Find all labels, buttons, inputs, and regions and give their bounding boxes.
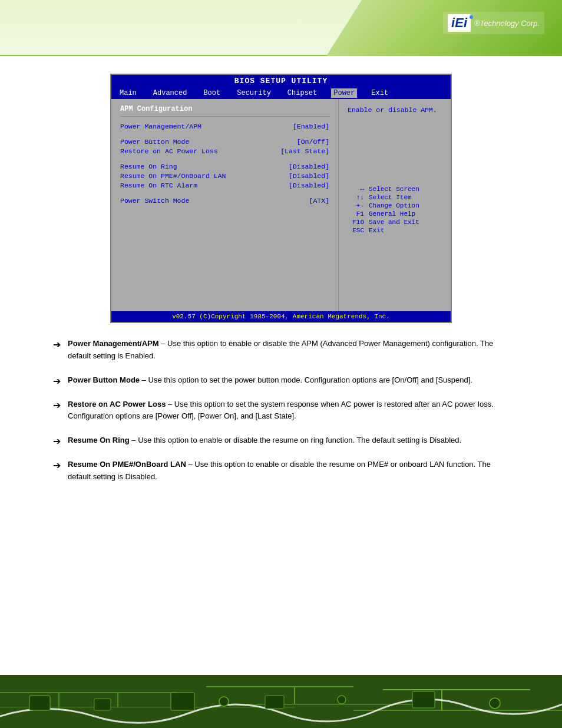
bios-screen: BIOS SETUP UTILITY Main Advanced Boot Se…: [110, 74, 452, 323]
iei-tagline: ®Technology Corp.: [474, 19, 540, 28]
ac-power-value: [Last State]: [280, 147, 329, 155]
shortcut-select-item: ↑↓ Select Item: [348, 194, 442, 201]
bottom-footer: [0, 675, 562, 728]
menu-main[interactable]: Main: [117, 88, 139, 98]
bullet-5: ➔ Resume On PME#/OnBoard LAN – Use this …: [53, 459, 509, 483]
bios-right-panel: Enable or disable APM. ↔ Select Screen ↑…: [339, 99, 451, 311]
top-header: iEi ®Technology Corp.: [0, 0, 562, 56]
bios-help-text: Enable or disable APM.: [348, 105, 442, 115]
arrow-icon-5: ➔: [53, 460, 61, 471]
shortcut-key-arrows-lr: ↔: [348, 186, 364, 193]
footer-circuit: [0, 675, 562, 728]
bullet-2: ➔ Power Button Mode – Use this option to…: [53, 374, 509, 387]
bios-menu-bar: Main Advanced Boot Security Chipset Powe…: [111, 87, 451, 99]
resume-rtc-value: [Disabled]: [289, 182, 329, 189]
arrow-icon-3: ➔: [53, 400, 61, 411]
shortcut-change-option: +- Change Option: [348, 202, 442, 209]
bios-footer-text: v02.57 (C)Copyright 1985-2004, American …: [172, 313, 390, 320]
shortcut-desc-select-item: Select Item: [369, 194, 412, 201]
power-mgmt-label: Power Management/APM: [120, 123, 201, 130]
bios-row-power-mgmt: Power Management/APM [Enabled]: [120, 123, 329, 130]
shortcut-key-esc: ESC: [348, 227, 364, 234]
power-switch-value: [ATX]: [309, 197, 329, 205]
svg-rect-15: [94, 699, 111, 710]
shortcut-desc-select-screen: Select Screen: [369, 186, 419, 193]
shortcut-desc-change-option: Change Option: [369, 202, 419, 209]
shortcut-esc: ESC Exit: [348, 227, 442, 234]
menu-advanced[interactable]: Advanced: [151, 88, 190, 98]
bullet-text-5: Resume On PME#/OnBoard LAN – Use this op…: [68, 459, 509, 483]
resume-pme-label: Resume On PME#/OnBoard LAN: [120, 172, 226, 180]
bios-title: BIOS SETUP UTILITY: [234, 77, 328, 85]
shortcut-f1: F1 General Help: [348, 210, 442, 218]
bios-row-power-button: Power Button Mode [On/Off]: [120, 138, 329, 146]
shortcut-key-f1: F1: [348, 210, 364, 218]
shortcut-desc-esc: Exit: [369, 227, 384, 234]
header-circuit-lines: [29, 12, 236, 14]
bios-left-panel: APM Configuration Power Management/APM […: [111, 99, 339, 311]
spacer-3: [120, 191, 329, 197]
shortcut-select-screen: ↔ Select Screen: [348, 186, 442, 193]
menu-security[interactable]: Security: [234, 88, 273, 98]
ac-power-label: Restore on AC Power Loss: [120, 147, 218, 155]
resume-ring-label: Resume On Ring: [120, 163, 177, 170]
power-switch-label: Power Switch Mode: [120, 197, 189, 205]
svg-rect-14: [29, 696, 50, 710]
iei-letters: iEi: [448, 14, 471, 32]
menu-chipset[interactable]: Chipset: [285, 88, 319, 98]
bullet-text-4: Resume On Ring – Use this option to enab…: [68, 434, 461, 447]
bios-row-resume-rtc: Resume On RTC Alarm [Disabled]: [120, 182, 329, 189]
power-button-value: [On/Off]: [297, 138, 329, 146]
svg-rect-17: [265, 696, 284, 709]
resume-rtc-label: Resume On RTC Alarm: [120, 182, 197, 189]
bios-row-power-switch: Power Switch Mode [ATX]: [120, 197, 329, 205]
bios-shortcuts: ↔ Select Screen ↑↓ Select Item +- Change…: [348, 186, 442, 234]
shortcut-key-arrows-ud: ↑↓: [348, 194, 364, 201]
bios-body: APM Configuration Power Management/APM […: [111, 99, 451, 311]
bios-section-title: APM Configuration: [120, 105, 329, 113]
bios-title-bar: BIOS SETUP UTILITY: [111, 75, 451, 87]
spacer-1: [120, 132, 329, 138]
menu-power[interactable]: Power: [331, 88, 357, 98]
bios-divider: [120, 116, 329, 117]
power-mgmt-value: [Enabled]: [293, 123, 329, 130]
footer-circuit-svg: [0, 675, 562, 728]
menu-boot[interactable]: Boot: [201, 88, 223, 98]
svg-point-20: [338, 696, 346, 704]
content-section: ➔ Power Management/APM – Use this option…: [53, 338, 509, 483]
iei-logo: iEi ®Technology Corp.: [443, 12, 544, 34]
bullet-text-1: Power Management/APM – Use this option t…: [68, 338, 509, 363]
bullet-1: ➔ Power Management/APM – Use this option…: [53, 338, 509, 363]
iei-dot: [470, 15, 473, 19]
shortcut-key-plus-minus: +-: [348, 202, 364, 209]
arrow-icon-1: ➔: [53, 339, 61, 350]
bullet-4: ➔ Resume On Ring – Use this option to en…: [53, 434, 509, 447]
shortcut-desc-f1: General Help: [369, 210, 415, 218]
svg-point-21: [490, 698, 500, 709]
svg-point-19: [219, 697, 229, 706]
spacer-2: [120, 157, 329, 163]
resume-ring-value: [Disabled]: [289, 163, 329, 170]
bios-footer: v02.57 (C)Copyright 1985-2004, American …: [111, 311, 451, 322]
bios-row-ac-power: Restore on AC Power Loss [Last State]: [120, 147, 329, 155]
arrow-icon-2: ➔: [53, 375, 61, 387]
shortcut-desc-f10: Save and Exit: [369, 219, 419, 226]
bullet-3: ➔ Restore on AC Power Loss – Use this op…: [53, 398, 509, 423]
main-content: BIOS SETUP UTILITY Main Advanced Boot Se…: [0, 56, 562, 675]
power-button-label: Power Button Mode: [120, 138, 189, 146]
bullet-text-3: Restore on AC Power Loss – Use this opti…: [68, 398, 509, 423]
svg-rect-16: [171, 693, 194, 710]
svg-rect-18: [412, 691, 435, 708]
menu-exit[interactable]: Exit: [369, 88, 391, 98]
bullet-text-2: Power Button Mode – Use this option to s…: [68, 374, 472, 387]
shortcut-f10: F10 Save and Exit: [348, 219, 442, 226]
resume-pme-value: [Disabled]: [289, 172, 329, 180]
arrow-icon-4: ➔: [53, 436, 61, 447]
shortcut-key-f10: F10: [348, 219, 364, 226]
bios-row-resume-pme: Resume On PME#/OnBoard LAN [Disabled]: [120, 172, 329, 180]
bios-row-resume-ring: Resume On Ring [Disabled]: [120, 163, 329, 170]
